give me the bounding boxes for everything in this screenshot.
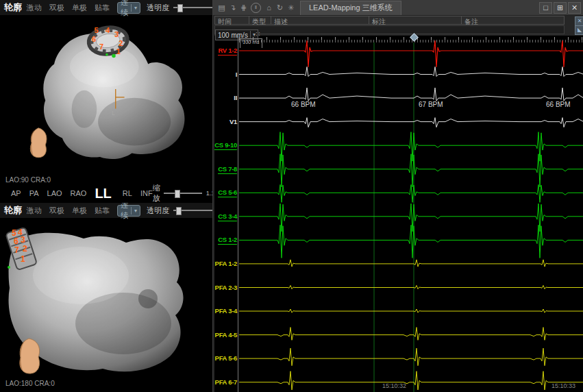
panel-close-icon[interactable]: ✕ <box>575 16 583 26</box>
table-header-cell: 类型 <box>249 16 271 25</box>
home-icon[interactable]: ⌂ <box>264 3 274 13</box>
trace-wave <box>239 348 583 365</box>
continuous-button[interactable]: 连续 ▾ <box>117 205 140 217</box>
continuous-label: 连续 <box>121 203 128 221</box>
map-type-outline[interactable]: 轮廓 <box>4 1 22 14</box>
opacity-slider[interactable] <box>173 7 212 8</box>
trace-label[interactable]: V1 <box>213 118 237 125</box>
trace-label-text: PFA 5-6 <box>215 354 237 363</box>
map-toolbar-2: 轮廓 激动双极单极贴靠 连续 ▾ 透明度 ✕ <box>0 203 212 218</box>
zoom-value: 1.1 <box>206 190 212 197</box>
electrode-number: 1 <box>116 47 121 56</box>
trace-label[interactable]: PFA 6-7 <box>213 378 237 386</box>
trace-wave <box>239 260 583 267</box>
trace-label-text: II <box>234 94 237 102</box>
trace-wave <box>239 184 583 202</box>
trace-label[interactable]: RV 1-2 <box>213 47 237 54</box>
export-icon[interactable]: ↴ <box>227 3 238 13</box>
heart-model-la-view[interactable]: 5432167 L <box>0 15 212 178</box>
pause-icon[interactable]: ‖ <box>251 3 261 13</box>
map-mode-button[interactable]: 贴靠 <box>95 206 110 216</box>
trace-label-text: PFA 1-2 <box>215 260 237 268</box>
button-divider <box>131 207 132 215</box>
chevron-down-icon[interactable]: ▾ <box>134 208 137 214</box>
close-button[interactable]: ✕ <box>568 2 581 14</box>
view-button-rao[interactable]: RAO <box>71 189 87 197</box>
zoom-slider-thumb[interactable] <box>175 190 180 198</box>
trace-label-text: CS 9-10 <box>214 141 237 150</box>
window-layout-button[interactable]: ⊞ <box>554 2 567 14</box>
trace-label[interactable]: PFA 4-5 <box>213 331 237 339</box>
trace-label[interactable]: PFA 3-4 <box>213 307 237 315</box>
view-button-pa[interactable]: PA <box>29 189 39 197</box>
view-button-lao[interactable]: LAO <box>47 189 62 197</box>
trace-wave <box>239 67 583 77</box>
continuous-button[interactable]: 连续 ▾ <box>117 2 140 14</box>
egm-panel: ▤↴⋕‖⌂↻✳ LEAD-Mapping 三维系统 □⊞✕ 时间类型描述标注备注… <box>212 0 583 392</box>
caliper-icon[interactable]: ⋕ <box>238 3 249 13</box>
map-mode-button[interactable]: 单极 <box>72 3 87 13</box>
trace-label[interactable]: CS 1-2 <box>213 236 237 243</box>
trace-label-text: PFA 4-5 <box>215 331 237 339</box>
map-type-outline[interactable]: 轮廓 <box>4 204 22 217</box>
electrode-number: 4 <box>106 26 110 34</box>
event-table-empty-row[interactable] <box>214 25 565 34</box>
table-header-cell: 备注 <box>462 16 565 25</box>
trace-label-text: RV 1-2 <box>218 47 237 56</box>
opacity-label: 透明度 <box>147 3 169 13</box>
trace-label-text: CS 3-4 <box>218 212 237 221</box>
electrode-number: 3 <box>21 235 25 245</box>
trace-label[interactable]: PFA 5-6 <box>213 354 237 362</box>
trace-label[interactable]: PFA 2-3 <box>213 284 237 291</box>
electrode-marker-dot <box>8 266 10 269</box>
map-mode-button[interactable]: 激动 <box>27 206 42 216</box>
trace-label[interactable]: CS 9-10 <box>213 141 237 149</box>
map-mode-group: 激动双极单极贴靠 <box>27 3 117 13</box>
event-table-header: 时间类型描述标注备注 <box>214 16 565 25</box>
refresh-icon[interactable]: ↻ <box>275 3 285 13</box>
egm-titlebar: ▤↴⋕‖⌂↻✳ LEAD-Mapping 三维系统 □⊞✕ <box>213 0 583 16</box>
map-toolbar-1: 轮廓 激动双极单极贴靠 连续 ▾ 透明度 <box>0 0 212 15</box>
map-mode-button[interactable]: 双极 <box>49 3 64 13</box>
trace-label[interactable]: CS 3-4 <box>213 212 237 220</box>
maximize-button[interactable]: □ <box>539 2 552 14</box>
button-divider <box>131 4 132 12</box>
map-mode-button[interactable]: 贴靠 <box>95 3 110 13</box>
view-button-ll[interactable]: LL <box>95 186 111 201</box>
zoom-slider[interactable] <box>164 193 202 194</box>
heart-rate-label: 66 BPM <box>546 101 571 108</box>
trace-label[interactable]: CS 7-8 <box>213 165 237 173</box>
electrode-number: 7 <box>14 245 19 255</box>
view-button-inf[interactable]: INF <box>140 189 153 197</box>
chevron-down-icon[interactable]: ▾ <box>134 5 137 11</box>
surface-crevice <box>138 289 158 308</box>
opacity-slider[interactable] <box>173 210 212 211</box>
trace-label[interactable]: PFA 1-2 <box>213 260 237 267</box>
view-button-rl[interactable]: RL <box>123 189 132 197</box>
window-buttons: □⊞✕ <box>538 2 581 14</box>
view-button-ap[interactable]: AP <box>11 189 21 197</box>
time-scale-label: 100 ms <box>240 38 262 48</box>
freeze-icon[interactable]: ✳ <box>286 3 296 13</box>
electrode-number: 6 <box>14 236 18 246</box>
heart-model-pa-view[interactable]: 5436721 <box>0 218 212 392</box>
trace-label[interactable]: I <box>213 71 237 78</box>
opacity-slider-thumb[interactable] <box>176 207 182 215</box>
map-mode-button[interactable]: 单极 <box>72 206 87 216</box>
map-mode-button[interactable]: 激动 <box>27 3 42 13</box>
electrode-marker-dot <box>112 54 115 58</box>
map-mode-button[interactable]: 双极 <box>49 206 64 216</box>
trace-wave <box>239 225 583 258</box>
trace-wave <box>239 286 583 289</box>
map-view-1: 轮廓 激动双极单极贴靠 连续 ▾ 透明度 <box>0 0 212 203</box>
trace-label[interactable]: CS 5-6 <box>213 188 237 196</box>
timestamp-label: 15:10:33 <box>551 382 575 389</box>
panel-corner-icon[interactable]: ◣ <box>575 25 583 35</box>
opacity-slider-thumb[interactable] <box>177 4 183 12</box>
trace-label-text: PFA 2-3 <box>215 284 237 292</box>
trace-label[interactable]: II <box>213 94 237 101</box>
trace-label-text: PFA 3-4 <box>215 307 237 315</box>
layout-icon[interactable]: ▤ <box>216 3 227 13</box>
electrode-number: 6 <box>92 35 96 43</box>
table-header-cell: 描述 <box>271 16 369 25</box>
